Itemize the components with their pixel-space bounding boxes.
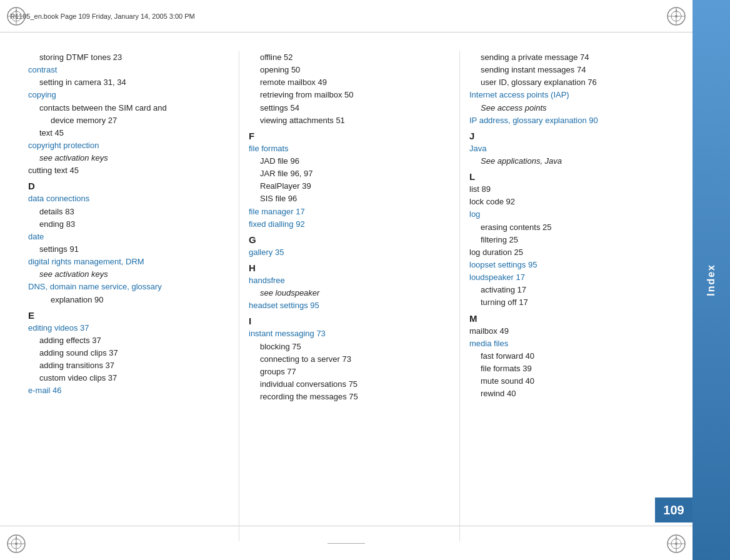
list-item: contrast <box>28 64 229 76</box>
list-item: media files <box>469 338 671 350</box>
list-item: J <box>469 131 671 141</box>
list-item: setting in camera 31, 34 <box>28 76 229 89</box>
list-item: IP address, glossary explanation 90 <box>469 114 671 127</box>
list-item: file formats 39 <box>469 362 671 375</box>
list-item: JAR file 96, 97 <box>249 168 450 180</box>
column-1: storing DTMF tones 23contrastsetting in … <box>19 51 239 541</box>
list-item: instant messaging 73 <box>249 328 450 340</box>
list-item: M <box>469 313 671 324</box>
list-item: remote mailbox 49 <box>249 76 450 89</box>
list-item: See applications, Java <box>469 155 671 168</box>
list-item: lock code 92 <box>469 196 671 208</box>
list-item: data connections <box>28 192 229 205</box>
list-item: erasing contents 25 <box>469 221 671 234</box>
list-item: contacts between the SIM card and <box>28 102 229 114</box>
list-item: turning off 17 <box>469 296 671 309</box>
svg-point-4 <box>15 15 18 18</box>
list-item: Internet access points (IAP) <box>469 89 671 101</box>
list-item: e-mail 46 <box>28 384 229 397</box>
list-item: adding sound clips 37 <box>28 347 229 359</box>
list-item: list 89 <box>469 183 671 196</box>
list-item: L <box>469 171 671 182</box>
list-item: storing DTMF tones 23 <box>28 51 229 64</box>
list-item: E <box>28 310 229 321</box>
list-item: loopset settings 95 <box>469 259 671 271</box>
list-item: adding transitions 37 <box>28 359 229 372</box>
list-item: Java <box>469 142 671 155</box>
list-item: opening 50 <box>249 64 450 76</box>
list-item: I <box>249 316 450 326</box>
list-item: device memory 27 <box>28 114 229 127</box>
list-item: adding effects 37 <box>28 334 229 347</box>
list-item: settings 91 <box>28 243 229 256</box>
list-item: digital rights management, DRM <box>28 256 229 268</box>
list-item: handsfree <box>249 274 450 287</box>
list-item: D <box>28 181 229 191</box>
list-item: individual conversations 75 <box>249 378 450 391</box>
list-item: viewing attachments 51 <box>249 114 450 127</box>
list-item: fixed dialling 92 <box>249 218 450 231</box>
list-item: filtering 25 <box>469 234 671 246</box>
list-item: blocking 75 <box>249 341 450 353</box>
list-item: ending 83 <box>28 218 229 231</box>
content-area: storing DTMF tones 23contrastsetting in … <box>0 32 692 560</box>
column-3: sending a private message 74sending inst… <box>460 51 680 541</box>
list-item: groups 77 <box>249 366 450 378</box>
list-item: user ID, glossary explanation 76 <box>469 76 671 89</box>
list-item: mailbox 49 <box>469 325 671 338</box>
list-item: mute sound 40 <box>469 375 671 388</box>
index-tab: Index <box>692 0 730 560</box>
list-item: editing videos 37 <box>28 322 229 334</box>
list-item: custom video clips 37 <box>28 372 229 384</box>
list-item: log duration 25 <box>469 246 671 259</box>
svg-point-9 <box>675 15 678 18</box>
list-item: rewind 40 <box>469 388 671 400</box>
list-item: RealPlayer 39 <box>249 180 450 192</box>
list-item: G <box>249 234 450 245</box>
list-item: file manager 17 <box>249 206 450 218</box>
list-item: DNS, domain name service, glossary <box>28 281 229 293</box>
compass-top-right <box>665 5 688 28</box>
list-item: headset settings 95 <box>249 299 450 312</box>
list-item: see activation keys <box>28 268 229 281</box>
list-item: connecting to a server 73 <box>249 353 450 366</box>
list-item: SIS file 96 <box>249 192 450 205</box>
list-item: settings 54 <box>249 102 450 114</box>
compass-top-left <box>5 5 28 28</box>
list-item: copyright protection <box>28 139 229 152</box>
list-item: H <box>249 262 450 273</box>
column-2: offline 52opening 50remote mailbox 49ret… <box>239 51 460 541</box>
list-item: fast forward 40 <box>469 350 671 362</box>
header-text: R1105_en.book Page 109 Friday, January 1… <box>10 12 195 20</box>
tab-label: Index <box>706 264 717 296</box>
list-item: cutting text 45 <box>28 164 229 177</box>
list-item: explanation 90 <box>28 294 229 306</box>
page-header: R1105_en.book Page 109 Friday, January 1… <box>0 0 730 32</box>
list-item: see loudspeaker <box>249 287 450 299</box>
list-item: recording the messages 75 <box>249 391 450 403</box>
list-item: file formats <box>249 142 450 155</box>
list-item: loudspeaker 17 <box>469 271 671 284</box>
list-item: sending instant messages 74 <box>469 64 671 76</box>
list-item: text 45 <box>28 127 229 139</box>
list-item: F <box>249 131 450 141</box>
list-item: see activation keys <box>28 152 229 164</box>
list-item: details 83 <box>28 206 229 218</box>
list-item: JAD file 96 <box>249 155 450 168</box>
list-item: See access points <box>469 102 671 114</box>
list-item: activating 17 <box>469 284 671 296</box>
list-item: offline 52 <box>249 51 450 64</box>
list-item: copying <box>28 89 229 101</box>
list-item: sending a private message 74 <box>469 51 671 64</box>
list-item: log <box>469 208 671 221</box>
list-item: date <box>28 231 229 243</box>
list-item: retrieving from mailbox 50 <box>249 89 450 101</box>
list-item: gallery 35 <box>249 246 450 259</box>
